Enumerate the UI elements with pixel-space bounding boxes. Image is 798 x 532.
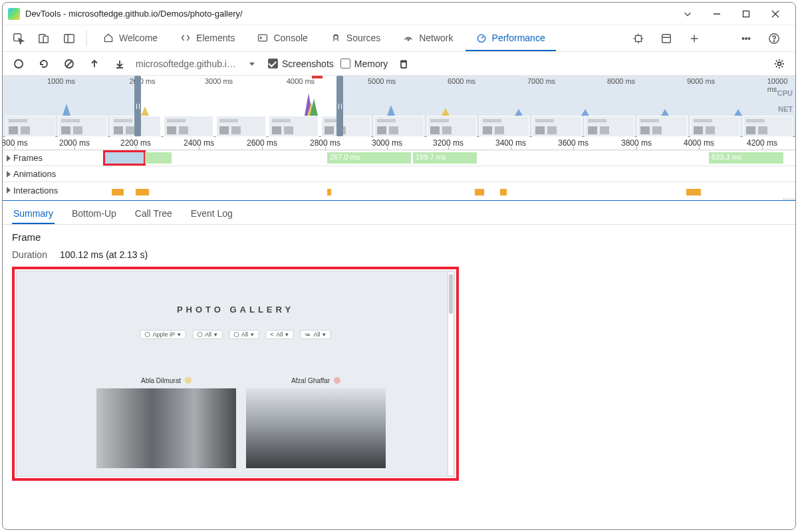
overview-screenshots [3,116,795,137]
svg-point-26 [745,37,747,39]
help-icon[interactable] [762,27,786,51]
svg-rect-1 [743,11,749,17]
summary-heading: Frame [12,231,786,243]
screenshot-filters: Apple iP▾ All▾ All▾ <All▾ ≔All▾ [140,330,331,339]
overview-handle-right[interactable] [336,76,343,136]
url-dropdown-icon[interactable] [243,55,261,73]
interaction-bar[interactable] [136,189,149,196]
expand-icon [7,171,11,178]
frame-bar[interactable]: 633.3 ms [709,152,783,164]
minimize-button[interactable] [702,4,732,24]
reload-record-button[interactable] [35,55,53,73]
interaction-bar[interactable] [500,189,507,196]
panel-tabs: Welcome Elements Console Sources Network… [3,25,795,52]
summary-pane: Frame Duration 100.12 ms (at 2.13 s) PHO… [3,225,795,529]
memory-checkbox[interactable]: Memory [340,59,388,69]
tab-welcome-label: Welcome [119,33,158,43]
frame-screenshot: PHOTO GALLERY Apple iP▾ All▾ All▾ <All▾ … [16,271,455,477]
frame-bar[interactable]: 267.0 ms [327,152,411,164]
svg-line-15 [481,36,483,38]
settings-gear-icon[interactable] [770,55,789,73]
flamechart-tracks[interactable]: ▴▾ Frames 267.0 ms 199.7 ms 633.3 ms Ani… [3,150,795,201]
timeline-overview[interactable]: 1000 ms 20 0 ms 3000 ms 4000 ms 5000 ms … [3,76,795,137]
flamechart-ruler[interactable]: 800 ms 2000 ms 2200 ms 2400 ms 2600 ms 2… [3,137,795,150]
svg-rect-21 [662,34,671,43]
svg-rect-37 [401,62,406,68]
interaction-bar[interactable] [112,189,124,196]
performance-toolbar: microsoftedge.github.i… Screenshots Memo… [3,52,795,76]
svg-line-32 [66,61,72,66]
app-icon [8,8,20,20]
interaction-bar[interactable] [327,189,331,196]
duration-value: 100.12 ms (at 2.13 s) [60,249,148,260]
svg-point-30 [15,60,23,68]
interaction-bar[interactable] [686,189,701,196]
svg-point-25 [742,37,744,39]
tab-elements-label: Elements [196,33,235,43]
chevron-down-icon[interactable] [673,4,702,24]
interaction-bar[interactable] [475,189,484,196]
tab-sources[interactable]: Sources [320,26,391,51]
download-button[interactable] [110,55,129,73]
overview-ticks: 1000 ms 20 0 ms 3000 ms 4000 ms 5000 ms … [3,76,795,88]
selected-frame[interactable] [105,152,144,164]
clear-button[interactable] [60,55,78,73]
add-tab-icon[interactable] [682,27,706,51]
net-label: NET [778,105,793,113]
tab-event-log[interactable]: Event Log [190,203,234,224]
screenshot-card-2: Afzal Ghaffar [246,376,386,468]
close-button[interactable] [761,4,790,24]
tab-console[interactable]: Console [247,26,318,51]
frame-bar[interactable] [145,152,172,164]
svg-point-13 [408,39,409,41]
checkbox-checked-icon [268,59,278,68]
tab-performance-label: Performance [492,33,545,43]
titlebar: DevTools - microsoftedge.github.io/Demos… [3,3,795,25]
duration-row: Duration 100.12 ms (at 2.13 s) [12,249,786,260]
duration-label: Duration [12,249,57,260]
tab-network[interactable]: Network [392,26,464,51]
screenshot-scrollbar [448,273,453,475]
svg-marker-36 [249,63,255,66]
tab-call-tree[interactable]: Call Tree [134,203,174,224]
tab-elements[interactable]: Elements [170,26,245,51]
tab-welcome[interactable]: Welcome [92,26,168,51]
svg-rect-16 [636,35,642,41]
svg-rect-9 [259,35,267,41]
panel-layout-icon[interactable] [654,27,678,51]
frame-bar[interactable]: 199.7 ms [413,152,477,164]
track-animations-header[interactable]: Animations [3,166,795,182]
device-toggle-icon[interactable] [32,27,56,51]
svg-point-29 [773,41,774,41]
recording-url[interactable]: microsoftedge.github.i… [136,59,236,69]
tab-summary[interactable]: Summary [12,203,55,224]
svg-point-14 [477,35,485,42]
screenshot-title: PHOTO GALLERY [177,305,294,315]
svg-rect-6 [43,36,48,43]
window-title: DevTools - microsoftedge.github.io/Demos… [25,9,243,19]
overview-handle-left[interactable] [134,76,141,136]
details-tabs: Summary Bottom-Up Call Tree Event Log [3,201,795,225]
more-icon[interactable] [734,27,758,51]
cpu-label: CPU [777,89,793,97]
svg-point-41 [778,62,781,65]
inspect-icon[interactable] [7,27,31,51]
overview-cpu: CPU NET [3,88,795,116]
screenshots-checkbox[interactable]: Screenshots [268,59,334,69]
tab-bottom-up[interactable]: Bottom-Up [70,203,118,224]
devtools-window: DevTools - microsoftedge.github.io/Demos… [2,2,796,530]
delete-button[interactable] [394,55,413,73]
tab-sources-label: Sources [346,33,380,43]
svg-point-27 [748,37,750,39]
maximize-button[interactable] [732,4,761,24]
frame-screenshot-highlight: PHOTO GALLERY Apple iP▾ All▾ All▾ <All▾ … [12,267,459,481]
tab-network-label: Network [419,33,453,43]
tab-console-label: Console [273,33,307,43]
svg-rect-7 [65,34,74,43]
upload-button[interactable] [85,55,104,73]
cpu-throttle-icon[interactable] [626,27,650,51]
screenshot-card-1: Abla Dilmurat [96,376,236,468]
dock-side-icon[interactable] [57,27,81,51]
tab-performance[interactable]: Performance [466,26,556,51]
record-button[interactable] [9,55,28,73]
